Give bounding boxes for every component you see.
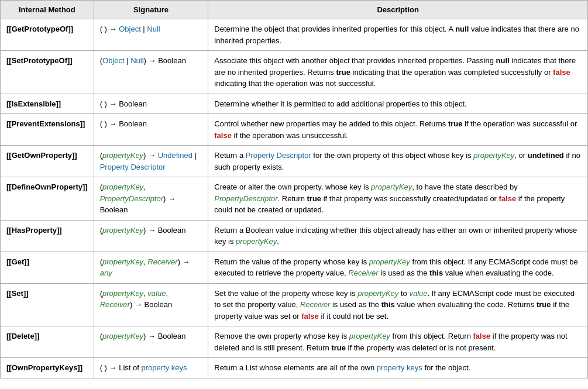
signature-cell: ( ) → Boolean	[94, 94, 208, 114]
description-cell: Determine whether it is permitted to add…	[208, 94, 588, 114]
signature-cell: (propertyKey) → Undefined | Property Des…	[94, 146, 208, 177]
header-signature: Signature	[94, 1, 208, 19]
method-cell: [[SetPrototypeOf]]	[1, 51, 94, 94]
signature-cell: (propertyKey) → Boolean	[94, 326, 208, 358]
description-cell: Associate this object with another objec…	[208, 51, 588, 94]
table-row: [[GetPrototypeOf]] ( ) → Object | Null D…	[1, 19, 588, 51]
description-cell: Return a Boolean value indicating whethe…	[208, 220, 588, 252]
table-row: [[OwnPropertyKeys]] ( ) → List of proper…	[1, 358, 588, 378]
description-cell: Return the value of the property whose k…	[208, 252, 588, 283]
signature-cell: (propertyKey) → Boolean	[94, 220, 208, 252]
table-row: [[Delete]] (propertyKey) → Boolean Remov…	[1, 326, 588, 358]
method-cell: [[IsExtensible]]	[1, 94, 94, 114]
description-cell: Remove the own property whose key is pro…	[208, 326, 588, 358]
method-cell: [[Get]]	[1, 252, 94, 283]
header-description: Description	[208, 1, 588, 19]
method-cell: [[HasProperty]]	[1, 220, 94, 252]
signature-cell: (propertyKey, value, Receiver) → Boolean	[94, 283, 208, 326]
table-row: [[Set]] (propertyKey, value, Receiver) →…	[1, 283, 588, 326]
description-cell: Create or alter the own property, whose …	[208, 177, 588, 221]
method-cell: [[Set]]	[1, 283, 94, 326]
description-cell: Return a List whose elements are all of …	[208, 358, 588, 378]
table-row: [[IsExtensible]] ( ) → Boolean Determine…	[1, 94, 588, 114]
table-row: [[Get]] (propertyKey, Receiver) → any Re…	[1, 252, 588, 283]
method-cell: [[GetPrototypeOf]]	[1, 19, 94, 51]
table-row: [[HasProperty]] (propertyKey) → Boolean …	[1, 220, 588, 252]
method-cell: [[DefineOwnProperty]]	[1, 177, 94, 221]
description-cell: Set the value of the property whose key …	[208, 283, 588, 326]
signature-cell: (Object | Null) → Boolean	[94, 51, 208, 94]
header-method: Internal Method	[1, 1, 94, 19]
signature-cell: ( ) → Object | Null	[94, 19, 208, 51]
method-cell: [[PreventExtensions]]	[1, 114, 94, 146]
signature-cell: (propertyKey, PropertyDescriptor) → Bool…	[94, 177, 208, 221]
description-cell: Control whether new properties may be ad…	[208, 114, 588, 146]
signature-cell: ( ) → Boolean	[94, 114, 208, 146]
description-cell: Return a Property Descriptor for the own…	[208, 146, 588, 177]
table-row: [[SetPrototypeOf]] (Object | Null) → Boo…	[1, 51, 588, 94]
method-cell: [[GetOwnProperty]]	[1, 146, 94, 177]
method-cell: [[OwnPropertyKeys]]	[1, 358, 94, 378]
table-row: [[DefineOwnProperty]] (propertyKey, Prop…	[1, 177, 588, 221]
table-row: [[PreventExtensions]] ( ) → Boolean Cont…	[1, 114, 588, 146]
internal-methods-table: Internal Method Signature Description [[…	[0, 0, 588, 378]
description-cell: Determine the object that provides inher…	[208, 19, 588, 51]
signature-cell: ( ) → List of property keys	[94, 358, 208, 378]
method-cell: [[Delete]]	[1, 326, 94, 358]
table-row: [[GetOwnProperty]] (propertyKey) → Undef…	[1, 146, 588, 177]
signature-cell: (propertyKey, Receiver) → any	[94, 252, 208, 283]
